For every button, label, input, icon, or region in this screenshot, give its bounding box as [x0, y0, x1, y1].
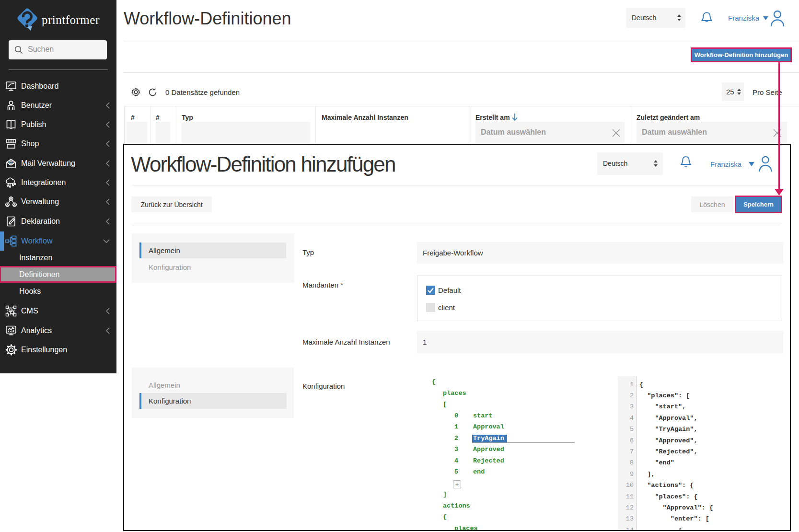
svg-text:@: @ — [8, 159, 14, 166]
